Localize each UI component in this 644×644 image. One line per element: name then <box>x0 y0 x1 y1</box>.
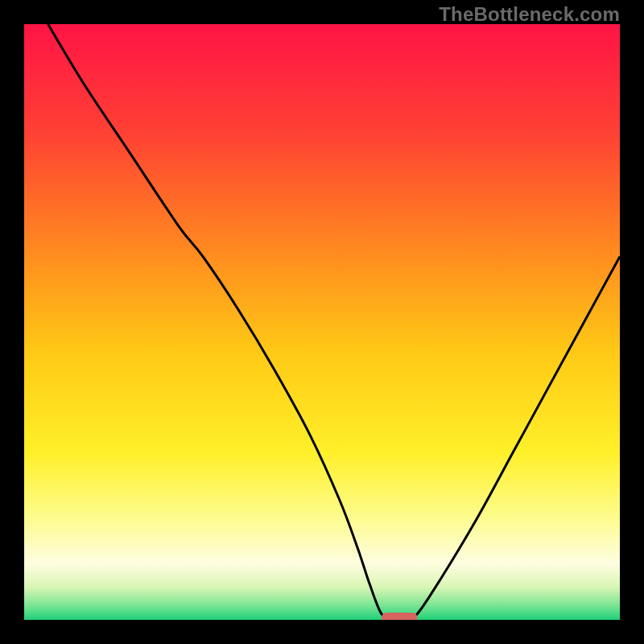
chart-frame: TheBottleneck.com <box>0 0 644 644</box>
bottleneck-chart <box>24 24 620 620</box>
plot-area <box>24 24 620 620</box>
gradient-background <box>24 24 620 620</box>
optimal-marker <box>382 613 417 620</box>
watermark-text: TheBottleneck.com <box>439 3 620 26</box>
